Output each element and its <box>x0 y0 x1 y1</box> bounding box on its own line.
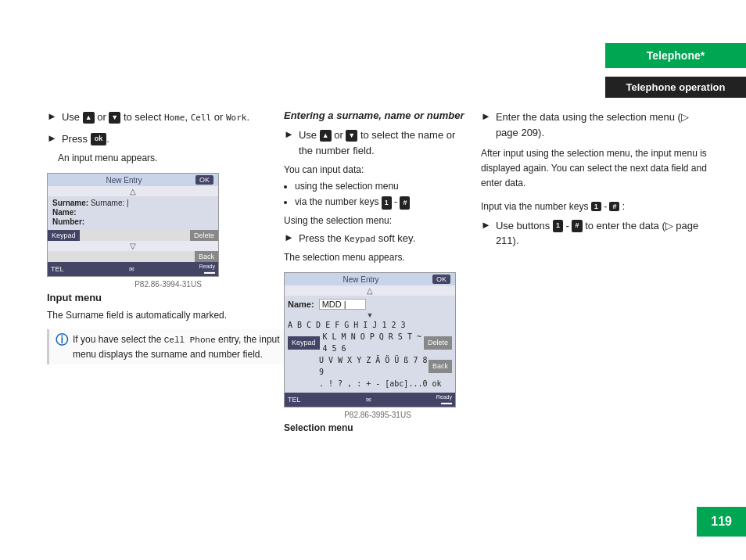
left-column: ► Use ▲ or ▼ to select Home, Cell or Wor… <box>47 109 289 364</box>
down-key-icon: ▼ <box>109 112 120 124</box>
bullet-enter-data: ► Enter the data using the selection men… <box>481 109 708 140</box>
header-tab: Telephone* <box>605 43 746 68</box>
sel-screen-ok: OK <box>432 275 450 284</box>
arrow-icon-4: ► <box>284 232 294 243</box>
arrow-icon-2: ► <box>47 132 57 144</box>
bullet-press-keypad: ► Press the Keypad soft key. <box>284 231 472 246</box>
info-box: ⓘ If you have select the Cell Phone entr… <box>47 329 289 364</box>
sel-tel-status: Ready ▬▬ <box>436 394 452 405</box>
del-btn-sel: Delete <box>424 336 452 350</box>
via-key2-icon: # <box>609 202 619 211</box>
screen-ok-button: OK <box>195 175 213 185</box>
dot-item-selection: using the selection menu <box>295 178 472 194</box>
input-menu-label: Input menu <box>47 292 289 303</box>
tel-status: Ready ▬▬ <box>199 264 215 275</box>
sel-arrow-up: △ <box>285 285 455 296</box>
btn-key2-icon: # <box>572 220 582 232</box>
chars-row2-container: Keypad K L M N O P Q R S T ~ 4 5 6 Delet… <box>288 331 452 354</box>
right-column: ► Enter the data using the selection men… <box>481 109 708 255</box>
mid-heading: Entering a surname, name or number <box>284 109 472 121</box>
keypad-btn-sel: Keypad <box>288 336 320 350</box>
bullet-press-ok: ► Press ok. <box>47 131 289 147</box>
arrow-icon-5: ► <box>481 110 491 122</box>
input-appears-text: An input menu appears. <box>58 153 289 163</box>
dot-item-number: via the number keys 1 - # <box>295 194 472 210</box>
info-icon: ⓘ <box>56 332 68 349</box>
bullet-use-buttons: ► Use buttons 1 - # to enter the data (▷… <box>481 218 708 249</box>
via-number-label: Input via the number keys 1 - # : <box>481 201 708 212</box>
sel-tel-bar: TEL ✉ Ready ▬▬ <box>285 393 455 407</box>
arrow-icon: ► <box>47 110 57 122</box>
input-menu-screen: New Entry OK △ Surname: Surname: | Name:… <box>47 173 219 277</box>
info-text: If you have select the Cell Phone entry,… <box>73 332 283 361</box>
middle-column: Entering a surname, name or number ► Use… <box>284 109 472 433</box>
using-selection-label: Using the selection menu: <box>284 215 472 226</box>
keypad-button: Keypad <box>48 230 80 241</box>
sel-screen-header: New Entry OK <box>285 273 455 285</box>
back-btn-sel: Back <box>429 360 452 374</box>
key-1-icon: 1 <box>382 196 392 210</box>
tel-bar: TEL ✉ Ready ▬▬ <box>48 262 218 276</box>
up-key-icon-2: ▲ <box>320 130 332 142</box>
number-field: Number: <box>52 217 213 226</box>
screen2-caption: P82.86-3995-31US <box>284 411 472 419</box>
btn-key1-icon: 1 <box>553 220 563 232</box>
screen-arrow-down: ▽ <box>48 241 218 251</box>
selection-menu-screen: New Entry OK △ Name: MDD | ▼ A B C D E F… <box>284 272 456 407</box>
header-subtitle: Telephone operation <box>605 77 746 98</box>
up-key-icon: ▲ <box>83 112 95 124</box>
arrow-icon-3: ► <box>284 128 294 140</box>
bullet-select-name: ► Use ▲ or ▼ to select the name or the n… <box>284 127 472 158</box>
chars-row3-container: U V W X Y Z Ä Ö Ü ß 7 8 9 Back <box>288 354 452 378</box>
key-hash-icon: # <box>400 196 410 210</box>
arrow-icon-6: ► <box>481 219 491 231</box>
down-key-icon-2: ▼ <box>346 130 357 142</box>
page-number: 119 <box>697 507 746 537</box>
after-input-text: After input using the selection menu, th… <box>481 146 708 192</box>
ok-key-icon: ok <box>91 133 107 145</box>
screen-arrow-up: △ <box>48 186 218 196</box>
via-key1-icon: 1 <box>591 202 601 211</box>
selection-menu-caption: Selection menu <box>284 422 472 433</box>
can-input-text: You can input data: <box>284 164 472 175</box>
screen-header: New Entry OK <box>48 174 218 186</box>
input-menu-body: The Surname field is automatically marke… <box>47 308 289 323</box>
screen1-caption: P82.86-3994-31US <box>47 280 289 289</box>
name-field: Name: <box>52 208 213 217</box>
name-field-row: Name: MDD | <box>288 299 452 310</box>
selection-appears-text: The selection menu appears. <box>284 252 472 263</box>
surname-field: Surname: Surname: | <box>52 199 213 207</box>
screen-body: Surname: Surname: | Name: Number: <box>48 196 218 230</box>
input-options-list: using the selection menu via the number … <box>295 178 472 210</box>
bullet-select-home: ► Use ▲ or ▼ to select Home, Cell or Wor… <box>47 109 289 125</box>
back-button: Back <box>195 251 218 262</box>
delete-button: Delete <box>190 230 218 241</box>
char-grid: A B C D E F G H I J 1 2 3 Keypad K L M N… <box>288 319 452 389</box>
sel-screen-body: Name: MDD | ▼ A B C D E F G H I J 1 2 3 … <box>285 296 455 393</box>
